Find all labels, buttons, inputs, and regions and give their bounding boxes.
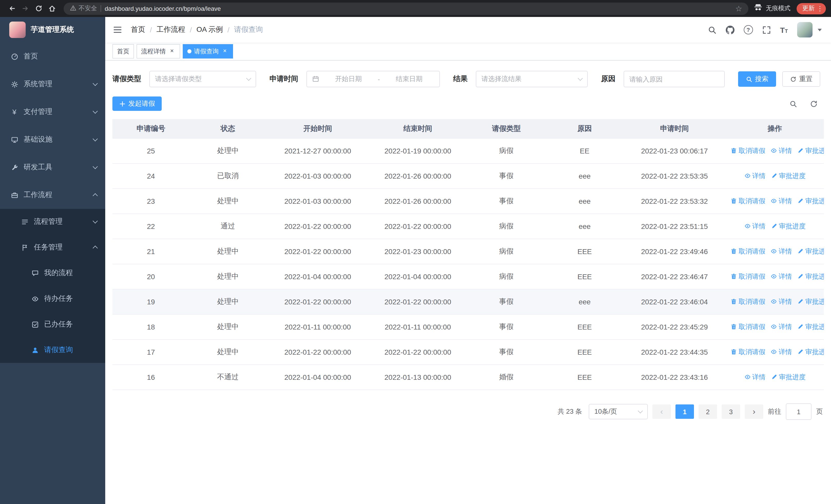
search-icon — [746, 76, 752, 82]
page-button-1[interactable]: 1 — [676, 405, 694, 419]
action-approval-progress[interactable]: 审批进度 — [771, 373, 806, 382]
sidebar-item-payment-management[interactable]: ¥ 支付管理 — [0, 98, 105, 126]
sidebar-item-my-processes[interactable]: 我的流程 — [0, 260, 105, 286]
browser-menu-icon[interactable]: ⋮ — [816, 5, 823, 12]
cell-status: 处理中 — [190, 264, 266, 289]
tab-process-detail[interactable]: 流程详情 × — [137, 44, 180, 59]
action-detail[interactable]: 详情 — [770, 348, 792, 357]
cell-reason: eee — [546, 164, 623, 188]
reset-button[interactable]: 重置 — [782, 71, 820, 87]
search-button[interactable]: 搜索 — [738, 71, 776, 87]
cell-actions: 取消请假详情审批进度 — [726, 289, 824, 314]
action-approval-progress[interactable]: 审批进度 — [797, 197, 824, 206]
goto-page-input[interactable] — [786, 404, 811, 420]
search-toggle-icon[interactable] — [787, 97, 799, 110]
action-detail[interactable]: 详情 — [770, 272, 792, 281]
breadcrumb-item-workflow[interactable]: 工作流程 — [156, 25, 185, 34]
action-approval-progress[interactable]: 审批进度 — [771, 171, 806, 181]
action-cancel-leave[interactable]: 取消请假 — [730, 348, 765, 357]
action-detail[interactable]: 详情 — [744, 222, 766, 231]
sidebar-item-system-management[interactable]: 系统管理 — [0, 70, 105, 98]
chevron-down-icon — [93, 218, 98, 224]
bookmark-star-icon[interactable]: ☆ — [735, 5, 742, 12]
sidebar-item-task-management[interactable]: 任务管理 — [0, 235, 105, 260]
payment-icon: ¥ — [10, 108, 19, 116]
browser-refresh-button[interactable] — [32, 2, 45, 15]
action-approval-progress[interactable]: 审批进度 — [771, 222, 806, 231]
tab-leave-query[interactable]: 请假查询 × — [183, 44, 233, 59]
page-size-select[interactable]: 10条/页 — [589, 404, 648, 419]
action-detail[interactable]: 详情 — [744, 373, 766, 382]
sidebar-item-home[interactable]: 首页 — [0, 42, 105, 70]
action-detail[interactable]: 详情 — [770, 322, 792, 331]
incognito-label: 无痕模式 — [766, 4, 791, 13]
action-cancel-leave[interactable]: 取消请假 — [730, 247, 765, 256]
action-cancel-leave[interactable]: 取消请假 — [730, 146, 765, 155]
prev-page-button[interactable]: ‹ — [652, 405, 671, 419]
tab-close-icon[interactable]: × — [221, 48, 228, 55]
github-icon[interactable] — [725, 25, 734, 34]
action-cancel-leave[interactable]: 取消请假 — [730, 272, 765, 281]
table-header: 申请编号 状态 开始时间 结束时间 请假类型 原因 申请时间 操作 — [112, 119, 824, 138]
sidebar-item-leave-query[interactable]: 请假查询 — [0, 337, 105, 363]
action-detail[interactable]: 详情 — [770, 297, 792, 306]
page-button-3[interactable]: 3 — [722, 405, 740, 419]
fullscreen-icon[interactable] — [762, 25, 771, 34]
sidebar-item-todo-tasks[interactable]: 待办任务 — [0, 286, 105, 312]
font-size-icon[interactable]: TT — [780, 26, 788, 34]
apply-time-range-picker[interactable]: 开始日期 - 结束日期 — [307, 71, 440, 87]
action-detail[interactable]: 详情 — [770, 197, 792, 206]
sidebar-toggle-button[interactable] — [112, 25, 123, 35]
next-page-button[interactable]: › — [745, 405, 763, 419]
cell-leave-type: 事假 — [466, 164, 546, 188]
eye-icon — [770, 349, 777, 355]
browser-back-button[interactable] — [5, 2, 19, 15]
cell-leave-type: 病假 — [466, 264, 546, 289]
refresh-table-icon[interactable] — [807, 97, 820, 110]
cell-end-time: 2022-01-23 00:00:00 — [369, 239, 466, 264]
table-row: 16 不通过 2022-01-04 00:00:00 2022-01-13 00… — [112, 365, 824, 390]
action-detail[interactable]: 详情 — [744, 171, 766, 181]
tab-home[interactable]: 首页 — [112, 44, 134, 59]
sidebar-item-done-tasks[interactable]: 已办任务 — [0, 312, 105, 337]
create-leave-button[interactable]: 发起请假 — [112, 96, 162, 111]
action-approval-progress[interactable]: 审批进度 — [797, 272, 824, 281]
sidebar-item-workflow[interactable]: 工作流程 — [0, 181, 105, 209]
sidebar-item-process-management[interactable]: 流程管理 — [0, 209, 105, 235]
action-approval-progress[interactable]: 审批进度 — [797, 348, 824, 357]
app-logo-row[interactable]: 芋道管理系统 — [0, 17, 105, 42]
chevron-down-icon[interactable] — [818, 28, 822, 31]
action-detail[interactable]: 详情 — [770, 146, 792, 155]
result-select[interactable]: 请选择流结果 — [476, 71, 588, 87]
action-approval-progress[interactable]: 审批进度 — [797, 247, 824, 256]
reason-input[interactable] — [624, 71, 725, 87]
action-approval-progress[interactable]: 审批进度 — [797, 322, 824, 331]
cell-end-time: 2022-01-13 00:00:00 — [369, 365, 466, 390]
browser-home-button[interactable] — [45, 2, 58, 15]
action-cancel-leave[interactable]: 取消请假 — [730, 197, 765, 206]
tab-close-icon[interactable]: × — [168, 48, 175, 55]
page-button-2[interactable]: 2 — [698, 405, 717, 419]
breadcrumb-item-home[interactable]: 首页 — [131, 25, 145, 34]
action-cancel-leave[interactable]: 取消请假 — [730, 297, 765, 306]
chevron-up-icon — [93, 245, 98, 251]
leave-type-select[interactable]: 请选择请假类型 — [149, 71, 256, 87]
action-detail[interactable]: 详情 — [770, 247, 792, 256]
refresh-icon — [790, 76, 797, 82]
action-approval-progress[interactable]: 审批进度 — [797, 146, 824, 155]
sidebar-item-devtools[interactable]: 研发工具 — [0, 153, 105, 181]
cell-actions: 取消请假详情审批进度 — [726, 264, 824, 289]
user-avatar[interactable] — [797, 22, 812, 37]
security-warning[interactable]: 不安全 — [70, 4, 97, 13]
action-approval-progress[interactable]: 审批进度 — [797, 297, 824, 306]
address-bar[interactable]: 不安全 dashboard.yudao.iocoder.cn/bpm/oa/le… — [64, 2, 748, 14]
sidebar-item-infrastructure[interactable]: 基础设施 — [0, 126, 105, 153]
breadcrumb-item-oa-example[interactable]: OA 示例 — [197, 25, 223, 34]
browser-update-button[interactable]: 更新 ⋮ — [797, 3, 826, 14]
search-icon[interactable] — [708, 25, 716, 34]
edit-icon — [797, 248, 804, 255]
browser-forward-button[interactable] — [19, 2, 32, 15]
action-cancel-leave[interactable]: 取消请假 — [730, 322, 765, 331]
table-toolbar: 发起请假 — [112, 96, 824, 111]
help-icon[interactable]: ? — [744, 25, 753, 34]
